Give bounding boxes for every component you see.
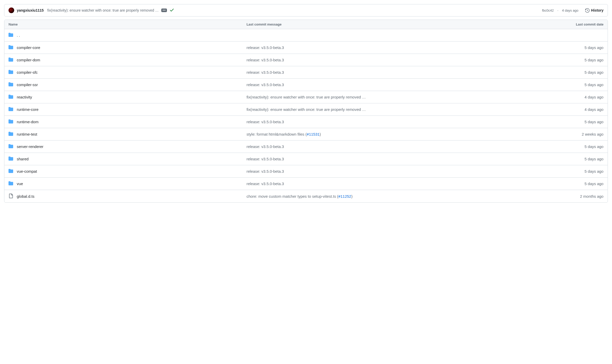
folder-icon (9, 156, 13, 162)
table-row: compiler-corerelease: v3.5.0-beta.35 day… (4, 42, 608, 54)
commit-message-cell[interactable]: release: v3.5.0-beta.3 (246, 58, 508, 62)
folder-icon (9, 144, 13, 149)
file-icon (9, 194, 13, 199)
file-name-link[interactable]: global.d.ts (17, 194, 34, 198)
commit-message-cell[interactable]: release: v3.5.0-beta.3 (246, 181, 508, 186)
separator-dot: · (557, 8, 558, 12)
commit-date-cell: 5 days ago (508, 82, 603, 87)
commit-message-link[interactable]: fix(reactivity): ensure watcher with onc… (47, 8, 159, 12)
table-row: compiler-domrelease: v3.5.0-beta.35 days… (4, 54, 608, 66)
commit-date-cell: 5 days ago (508, 120, 603, 124)
table-row: vue-compatrelease: v3.5.0-beta.35 days a… (4, 165, 608, 178)
file-name-link[interactable]: shared (17, 157, 29, 161)
table-row: server-rendererrelease: v3.5.0-beta.35 d… (4, 140, 608, 153)
commit-date: 4 days ago (562, 9, 578, 12)
file-name-link[interactable]: vue-compat (17, 169, 37, 173)
folder-icon (9, 131, 13, 137)
folder-icon (9, 70, 13, 75)
commit-date-cell: 2 months ago (508, 194, 603, 198)
table-row: global.d.tschore: move custom matcher ty… (4, 190, 608, 202)
parent-dir-link[interactable]: . . (17, 33, 20, 37)
commit-date-cell: 2 weeks ago (508, 132, 603, 136)
commit-message-cell[interactable]: style: format html&markdown files (#1153… (246, 132, 508, 136)
commit-date-cell: 4 days ago (508, 95, 603, 99)
commit-date-cell: 5 days ago (508, 157, 603, 161)
commit-author-link[interactable]: yangxiuxiu1115 (17, 8, 44, 12)
avatar[interactable] (9, 7, 14, 13)
folder-icon (9, 32, 13, 38)
table-row: compiler-ssrrelease: v3.5.0-beta.35 days… (4, 79, 608, 91)
history-label: History (591, 8, 603, 12)
history-button[interactable]: History (585, 8, 603, 13)
file-name-link[interactable]: compiler-dom (17, 58, 40, 62)
file-name-link[interactable]: compiler-core (17, 45, 40, 50)
commit-message-cell[interactable]: release: v3.5.0-beta.3 (246, 82, 508, 87)
table-row: runtime-domrelease: v3.5.0-beta.35 days … (4, 116, 608, 128)
issue-link[interactable]: #11531 (307, 132, 320, 136)
table-row: runtime-teststyle: format html&markdown … (4, 128, 608, 140)
table-row: vuerelease: v3.5.0-beta.35 days ago (4, 178, 608, 190)
table-row: runtime-corefix(reactivity): ensure watc… (4, 103, 608, 116)
file-name-link[interactable]: runtime-test (17, 132, 37, 136)
commit-message-cell[interactable]: release: v3.5.0-beta.3 (246, 169, 508, 173)
ellipsis-icon[interactable]: ••• (161, 9, 167, 12)
commit-sha-link[interactable]: fbc0c42 (542, 9, 554, 12)
commit-message-cell[interactable]: release: v3.5.0-beta.3 (246, 157, 508, 161)
file-listing-header: Name Last commit message Last commit dat… (4, 20, 608, 29)
commit-date-cell: 5 days ago (508, 45, 603, 50)
file-name-link[interactable]: compiler-sfc (17, 70, 38, 75)
folder-icon (9, 181, 13, 186)
history-icon (585, 8, 590, 13)
file-listing: Name Last commit message Last commit dat… (4, 20, 608, 203)
commit-message-cell[interactable]: release: v3.5.0-beta.3 (246, 120, 508, 124)
column-header-date: Last commit date (508, 22, 603, 26)
check-icon[interactable] (170, 8, 174, 13)
file-name-link[interactable]: reactivity (17, 95, 32, 99)
file-name-link[interactable]: server-renderer (17, 144, 43, 149)
table-row: sharedrelease: v3.5.0-beta.35 days ago (4, 153, 608, 165)
file-name-link[interactable]: runtime-core (17, 107, 38, 112)
commit-date-cell: 5 days ago (508, 70, 603, 75)
commit-message-cell[interactable]: release: v3.5.0-beta.3 (246, 70, 508, 75)
table-row: compiler-sfcrelease: v3.5.0-beta.35 days… (4, 66, 608, 79)
commit-date-cell: 5 days ago (508, 169, 603, 173)
folder-icon (9, 107, 13, 112)
commit-message-cell[interactable]: chore: move custom matcher types to setu… (246, 194, 508, 198)
folder-icon (9, 45, 13, 50)
commit-date-cell: 5 days ago (508, 181, 603, 186)
file-name-link[interactable]: vue (17, 181, 23, 186)
commit-message-cell[interactable]: fix(reactivity): ensure watcher with onc… (246, 107, 508, 112)
table-row: reactivityfix(reactivity): ensure watche… (4, 91, 608, 103)
column-header-name: Name (9, 22, 246, 26)
commit-date-cell: 4 days ago (508, 107, 603, 112)
latest-commit-bar: yangxiuxiu1115 fix(reactivity): ensure w… (4, 4, 608, 16)
folder-icon (9, 119, 13, 125)
file-name-link[interactable]: compiler-ssr (17, 82, 38, 87)
commit-date-cell: 5 days ago (508, 144, 603, 149)
folder-icon (9, 94, 13, 100)
parent-dir-row[interactable]: . . (4, 29, 608, 42)
folder-icon (9, 82, 13, 87)
file-name-link[interactable]: runtime-dom (17, 120, 38, 124)
issue-link[interactable]: #11252 (338, 194, 351, 198)
commit-message-cell[interactable]: release: v3.5.0-beta.3 (246, 144, 508, 149)
commit-message-cell[interactable]: release: v3.5.0-beta.3 (246, 45, 508, 50)
column-header-message: Last commit message (246, 22, 508, 26)
commit-date-cell: 5 days ago (508, 58, 603, 62)
folder-icon (9, 57, 13, 63)
commit-message-cell[interactable]: fix(reactivity): ensure watcher with onc… (246, 95, 508, 99)
folder-icon (9, 169, 13, 174)
